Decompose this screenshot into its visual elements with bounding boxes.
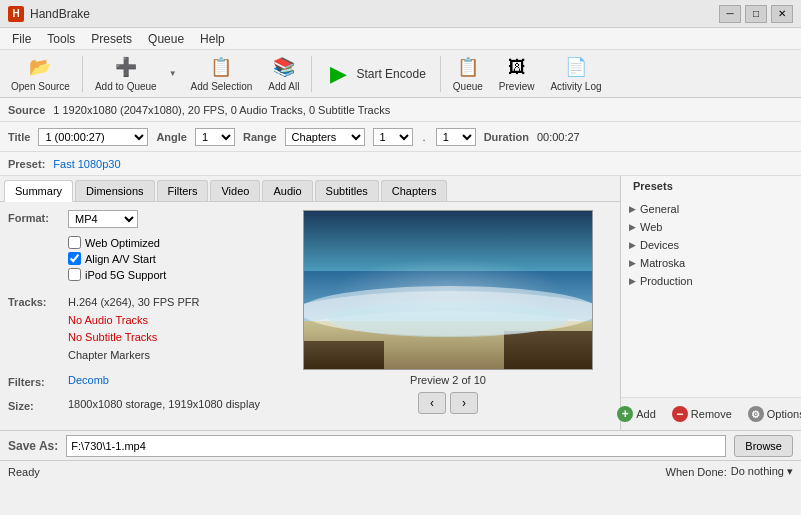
add-selection-button[interactable]: 📋 Add Selection xyxy=(184,51,260,96)
app-title: HandBrake xyxy=(30,7,719,21)
preset-label: Preset: xyxy=(8,158,45,170)
when-done-value[interactable]: Do nothing ▾ xyxy=(731,465,793,478)
web-optimized-label[interactable]: Web Optimized xyxy=(85,237,160,249)
preview-svg xyxy=(304,211,593,370)
start-icon: ▶ xyxy=(326,62,350,86)
toolbar-sep-3 xyxy=(440,56,441,92)
angle-select[interactable]: 1 xyxy=(195,128,235,146)
align-av-checkbox[interactable] xyxy=(68,252,81,265)
save-path-input[interactable] xyxy=(66,435,726,457)
options-icon: ⚙ xyxy=(748,406,764,422)
preset-row: Preset: Fast 1080p30 xyxy=(0,152,801,176)
range-start-select[interactable]: 1 xyxy=(373,128,413,146)
preset-remove-button[interactable]: − Remove xyxy=(668,404,736,424)
tab-chapters[interactable]: Chapters xyxy=(381,180,448,201)
size-label: Size: xyxy=(8,398,68,412)
preset-label-matroska: Matroska xyxy=(640,257,685,269)
activity-log-label: Activity Log xyxy=(550,81,601,92)
ipod-support-checkbox[interactable] xyxy=(68,268,81,281)
left-panel: Summary Dimensions Filters Video Audio S… xyxy=(0,176,621,430)
source-bar: Source 1 1920x1080 (2047x1080), 20 FPS, … xyxy=(0,98,801,122)
preview-button[interactable]: 🖼 Preview xyxy=(492,51,542,96)
ipod-support-label[interactable]: iPod 5G Support xyxy=(85,269,166,281)
preset-arrow-devices: ▶ xyxy=(629,240,636,250)
tracks-value: H.264 (x264), 30 FPS PFR No Audio Tracks… xyxy=(68,294,268,364)
tracks-label: Tracks: xyxy=(8,294,68,308)
maximize-button[interactable]: □ xyxy=(745,5,767,23)
toolbar-sep-2 xyxy=(311,56,312,92)
svg-rect-0 xyxy=(304,211,593,271)
preset-arrow-production: ▶ xyxy=(629,276,636,286)
activity-log-icon: 📄 xyxy=(564,55,588,79)
add-all-label: Add All xyxy=(268,81,299,92)
title-select[interactable]: 1 (00:00:27) xyxy=(38,128,148,146)
queue-button[interactable]: 📋 Queue xyxy=(446,51,490,96)
preset-group-production[interactable]: ▶ Production xyxy=(621,272,801,290)
format-select[interactable]: MP4 xyxy=(68,210,138,228)
track-video: H.264 (x264), 30 FPS PFR xyxy=(68,294,268,312)
track-chapters: Chapter Markers xyxy=(68,347,268,365)
add-all-button[interactable]: 📚 Add All xyxy=(261,51,306,96)
add-to-queue-button[interactable]: ➕ Add to Queue xyxy=(88,51,164,96)
format-controls: MP4 Web Optimized Align A/V Start xyxy=(68,210,268,284)
close-button[interactable]: ✕ xyxy=(771,5,793,23)
add-icon: + xyxy=(617,406,633,422)
tab-video[interactable]: Video xyxy=(210,180,260,201)
tab-filters[interactable]: Filters xyxy=(157,180,209,201)
summary-left: Format: MP4 Web Optimized xyxy=(8,210,268,422)
start-encode-button[interactable]: ▶ Start Encode xyxy=(317,57,434,91)
browse-button[interactable]: Browse xyxy=(734,435,793,457)
presets-title: Presets xyxy=(621,176,801,196)
preset-group-devices[interactable]: ▶ Devices xyxy=(621,236,801,254)
open-source-button[interactable]: 📂 Open Source xyxy=(4,51,77,96)
menu-tools[interactable]: Tools xyxy=(39,30,83,48)
tab-subtitles[interactable]: Subtitles xyxy=(315,180,379,201)
web-optimized-checkbox[interactable] xyxy=(68,236,81,249)
tab-audio[interactable]: Audio xyxy=(262,180,312,201)
add-queue-icon: ➕ xyxy=(114,55,138,79)
range-end-select[interactable]: 1 xyxy=(436,128,476,146)
when-done-area: When Done: Do nothing ▾ xyxy=(666,465,793,478)
tracks-row: Tracks: H.264 (x264), 30 FPS PFR No Audi… xyxy=(8,294,268,364)
size-value: 1800x1080 storage, 1919x1080 display xyxy=(68,398,268,410)
activity-log-button[interactable]: 📄 Activity Log xyxy=(543,51,608,96)
preview-label: Preview xyxy=(499,81,535,92)
align-av-label[interactable]: Align A/V Start xyxy=(85,253,156,265)
preset-group-general[interactable]: ▶ General xyxy=(621,200,801,218)
svg-point-8 xyxy=(329,301,569,337)
add-queue-dropdown[interactable]: ▼ xyxy=(164,51,182,96)
menu-help[interactable]: Help xyxy=(192,30,233,48)
filters-row: Filters: Decomb xyxy=(8,374,268,388)
preset-group-web[interactable]: ▶ Web xyxy=(621,218,801,236)
track-audio: No Audio Tracks xyxy=(68,312,268,330)
minimize-button[interactable]: ─ xyxy=(719,5,741,23)
ipod-support-row: iPod 5G Support xyxy=(68,268,268,281)
toolbar-sep-1 xyxy=(82,56,83,92)
tab-dimensions[interactable]: Dimensions xyxy=(75,180,154,201)
range-type-select[interactable]: Chapters xyxy=(285,128,365,146)
preset-arrow-web: ▶ xyxy=(629,222,636,232)
add-all-icon: 📚 xyxy=(272,55,296,79)
preset-group-matroska[interactable]: ▶ Matroska xyxy=(621,254,801,272)
menu-queue[interactable]: Queue xyxy=(140,30,192,48)
size-row: Size: 1800x1080 storage, 1919x1080 displ… xyxy=(8,398,268,412)
queue-label: Queue xyxy=(453,81,483,92)
toolbar: 📂 Open Source ➕ Add to Queue ▼ 📋 Add Sel… xyxy=(0,50,801,98)
add-to-queue-group: ➕ Add to Queue ▼ xyxy=(88,51,182,96)
preview-prev-button[interactable]: ‹ xyxy=(418,392,446,414)
tab-summary[interactable]: Summary xyxy=(4,180,73,202)
presets-panel: Presets ▶ General ▶ Web ▶ Devices ▶ Matr… xyxy=(621,176,801,430)
menu-presets[interactable]: Presets xyxy=(83,30,140,48)
preview-next-button[interactable]: › xyxy=(450,392,478,414)
source-label: Source xyxy=(8,104,45,116)
preview-count-label: Preview 2 of 10 xyxy=(410,374,486,386)
preset-options-label: Options xyxy=(767,408,801,420)
app-icon: H xyxy=(8,6,24,22)
title-row: Title 1 (00:00:27) Angle 1 Range Chapter… xyxy=(0,122,801,152)
preset-options-button[interactable]: ⚙ Options xyxy=(744,404,801,424)
preset-add-button[interactable]: + Add xyxy=(613,404,660,424)
menu-file[interactable]: File xyxy=(4,30,39,48)
angle-label: Angle xyxy=(156,131,187,143)
main-area: Summary Dimensions Filters Video Audio S… xyxy=(0,176,801,430)
filters-label: Filters: xyxy=(8,374,68,388)
